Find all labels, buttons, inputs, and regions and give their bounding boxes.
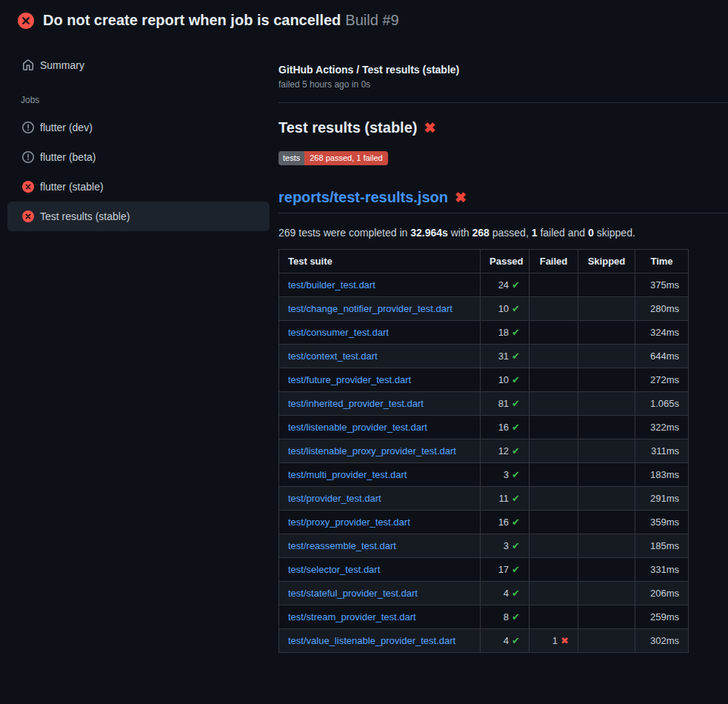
column-header-time: Time — [635, 250, 689, 273]
table-row: test/multi_provider_test.dart3✔183ms — [279, 463, 689, 487]
failed-cell — [530, 416, 578, 439]
main-content: GitHub Actions / Test results (stable) f… — [278, 36, 728, 653]
time-cell: 272ms — [635, 368, 689, 392]
test-suite-link[interactable]: test/listenable_proxy_provider_test.dart — [288, 445, 456, 456]
summary-text: 269 tests were completed in — [278, 227, 410, 239]
passed-cell: 3✔ — [481, 463, 530, 487]
test-suite-link[interactable]: test/reassemble_test.dart — [288, 540, 396, 551]
skipped-cell — [578, 368, 635, 392]
suite-cell: test/multi_provider_test.dart — [279, 463, 481, 487]
passed-cell: 10✔ — [481, 297, 530, 321]
time-cell: 331ms — [635, 558, 689, 582]
suite-cell: test/listenable_proxy_provider_test.dart — [279, 439, 481, 463]
failed-cell — [530, 582, 578, 605]
section-title: Test results (stable) ✖ — [278, 119, 728, 136]
count-value: 3 — [504, 469, 509, 480]
table-row: test/inherited_provider_test.dart81✔1.06… — [279, 392, 689, 416]
table-row: test/value_listenable_provider_test.dart… — [279, 629, 689, 653]
summary-text: with — [448, 227, 472, 239]
summary-text: skipped. — [594, 227, 635, 239]
skipped-cell — [578, 439, 635, 463]
skipped-cell — [578, 558, 635, 582]
passed-cell: 3✔ — [481, 534, 530, 558]
table-row: test/proxy_provider_test.dart16✔359ms — [279, 511, 689, 534]
x-circle-icon — [18, 13, 34, 29]
test-suite-link[interactable]: test/change_notifier_provider_test.dart — [288, 303, 453, 314]
skipped-cell — [578, 392, 635, 416]
test-suite-link[interactable]: test/listenable_provider_test.dart — [288, 422, 427, 433]
skipped-cell — [578, 345, 635, 368]
sidebar-item-flutter-dev[interactable]: flutter (dev) — [7, 113, 270, 142]
suite-cell: test/value_listenable_provider_test.dart — [279, 629, 481, 653]
report-title-link[interactable]: reports/test-results.json ✖ — [278, 189, 728, 213]
failed-cell: 1✖ — [530, 629, 578, 653]
time-cell: 259ms — [635, 605, 689, 629]
count-value: 17 — [498, 564, 509, 575]
time-cell: 644ms — [635, 345, 689, 368]
test-suite-link[interactable]: test/builder_test.dart — [288, 279, 375, 290]
summary-line: 269 tests were completed in 32.964s with… — [278, 227, 728, 239]
failed-cell — [530, 463, 578, 487]
passed-cell: 17✔ — [481, 558, 530, 582]
table-row: test/provider_test.dart11✔291ms — [279, 487, 689, 511]
suite-cell: test/change_notifier_provider_test.dart — [279, 297, 481, 321]
time-cell: 291ms — [635, 487, 689, 511]
check-icon: ✔ — [512, 517, 520, 528]
count-value: 16 — [498, 422, 509, 433]
sidebar-item-summary[interactable]: Summary — [7, 50, 270, 80]
suite-cell: test/provider_test.dart — [279, 487, 481, 511]
test-suite-link[interactable]: test/multi_provider_test.dart — [288, 469, 407, 480]
passed-cell: 8✔ — [481, 605, 530, 629]
time-cell: 324ms — [635, 321, 689, 345]
skipped-cell — [578, 487, 635, 511]
check-icon: ✔ — [512, 469, 520, 480]
count-value: 31 — [498, 351, 509, 362]
time-cell: 322ms — [635, 416, 689, 439]
test-suite-link[interactable]: test/context_test.dart — [288, 351, 378, 362]
suite-cell: test/builder_test.dart — [279, 273, 481, 297]
passed-cell: 81✔ — [481, 392, 530, 416]
sidebar-item-flutter-beta[interactable]: flutter (beta) — [7, 142, 270, 172]
suite-cell: test/stream_provider_test.dart — [279, 605, 481, 629]
x-icon: ✖ — [561, 635, 569, 646]
table-row: test/context_test.dart31✔644ms — [279, 345, 689, 368]
page-title: Do not create report when job is cancell… — [43, 12, 399, 29]
page-header: Do not create report when job is cancell… — [0, 0, 728, 36]
count-value: 16 — [498, 517, 509, 528]
test-suite-link[interactable]: test/future_provider_test.dart — [288, 374, 411, 385]
failed-cell — [530, 297, 578, 321]
check-icon: ✔ — [512, 611, 520, 622]
report-title-text: reports/test-results.json — [278, 189, 448, 206]
test-suite-link[interactable]: test/consumer_test.dart — [288, 327, 389, 338]
column-header-failed: Failed — [530, 250, 578, 273]
sidebar-item-label: flutter (dev) — [40, 122, 93, 133]
skipped-cell — [578, 463, 635, 487]
x-circle-icon — [22, 210, 34, 222]
passed-cell: 16✔ — [481, 416, 530, 439]
neutral-circle-icon — [22, 122, 34, 133]
sidebar-item-flutter-stable[interactable]: flutter (stable) — [7, 172, 270, 202]
test-suite-link[interactable]: test/proxy_provider_test.dart — [288, 517, 410, 528]
tests-badge: tests 268 passed, 1 failed — [278, 151, 388, 165]
failed-cell — [530, 558, 578, 582]
skipped-cell — [578, 273, 635, 297]
test-suite-link[interactable]: test/stream_provider_test.dart — [288, 611, 416, 622]
test-suite-link[interactable]: test/selector_test.dart — [288, 564, 380, 575]
sidebar-item-test-results-stable[interactable]: Test results (stable) — [7, 202, 270, 231]
skipped-cell — [578, 534, 635, 558]
failed-cell — [530, 439, 578, 463]
summary-failed-count: 1 — [532, 227, 538, 239]
check-icon: ✔ — [512, 351, 520, 362]
check-icon: ✔ — [512, 588, 520, 599]
test-suite-link[interactable]: test/provider_test.dart — [288, 493, 381, 504]
home-icon — [22, 59, 34, 71]
suite-cell: test/listenable_provider_test.dart — [279, 416, 481, 439]
test-suite-link[interactable]: test/inherited_provider_test.dart — [288, 398, 424, 409]
test-suite-link[interactable]: test/value_listenable_provider_test.dart — [288, 635, 455, 646]
summary-skipped-count: 0 — [588, 227, 594, 239]
count-value: 10 — [498, 303, 509, 314]
sidebar: Summary Jobs flutter (dev)flutter (beta)… — [0, 36, 278, 231]
test-suite-link[interactable]: test/stateful_provider_test.dart — [288, 588, 418, 599]
run-meta: failed 5 hours ago in 0s — [278, 79, 728, 90]
summary-text: failed and — [538, 227, 589, 239]
